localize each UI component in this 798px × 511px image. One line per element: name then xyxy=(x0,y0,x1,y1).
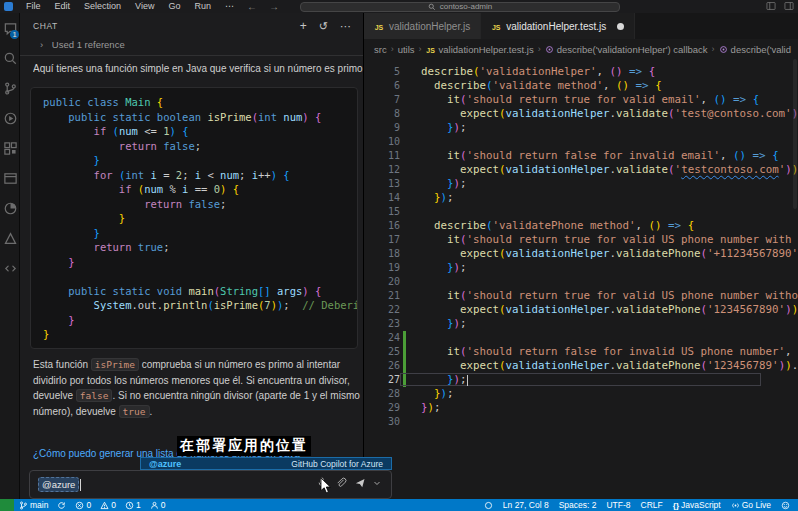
tab-validationHelper.test.js[interactable]: JSvalidationHelper.test.js xyxy=(481,13,635,39)
breadcrumb-label: describe('valid xyxy=(731,44,791,55)
chevron-down-icon[interactable] xyxy=(373,479,381,487)
line-content: it('should return false for invalid emai… xyxy=(421,149,779,163)
attach-icon[interactable] xyxy=(335,477,347,489)
line-number: 13 xyxy=(364,177,400,191)
menu-item-file[interactable]: File xyxy=(19,0,48,13)
chat-explanation-text: Esta función isPrime comprueba si un núm… xyxy=(33,357,363,420)
status-item-0[interactable]: 0 xyxy=(100,500,116,510)
line-content: }); xyxy=(421,191,454,205)
new-chat-icon[interactable]: + xyxy=(300,19,307,33)
chat-code-line: } xyxy=(43,314,357,329)
breadcrumb-separator: › xyxy=(711,44,716,54)
editor-group[interactable]: JSvalidationHelper.jsJSvalidationHelper.… xyxy=(363,13,798,499)
run-debug-icon[interactable] xyxy=(0,103,20,133)
code-line-28: 28 }); xyxy=(364,387,798,401)
status-item-smiley[interactable] xyxy=(781,501,790,510)
tab-validationHelper.js[interactable]: JSvalidationHelper.js xyxy=(364,13,481,39)
status-item-0[interactable]: 0 xyxy=(150,500,166,510)
chat-code-line: public static void main(String[] args) { xyxy=(43,285,357,300)
line-number: 25 xyxy=(364,345,400,359)
command-center-search[interactable]: contoso-admin xyxy=(300,2,620,12)
chat-panel-header: CHAT + ↺ ⋯ xyxy=(20,13,363,35)
activity-bar: 1 xyxy=(0,13,20,499)
breadcrumb-item[interactable]: describe('validationHelper') callback xyxy=(545,44,708,55)
status-bar: main0010 Ln 27, Col 8Spaces: 2UTF-8CRLF{… xyxy=(0,499,798,511)
breadcrumb-item[interactable]: src xyxy=(374,44,387,55)
line-number: 8 xyxy=(364,107,400,121)
status-item-main[interactable]: main xyxy=(19,500,48,510)
search-icon[interactable] xyxy=(0,43,20,73)
line-number: 16 xyxy=(364,219,400,233)
toggle-sidebar-icon[interactable] xyxy=(766,1,776,11)
breadcrumb-label: utils xyxy=(398,44,415,55)
status-item-0[interactable]: 0 xyxy=(75,500,91,510)
used-references-toggle[interactable]: › Used 1 reference xyxy=(20,35,363,56)
status-item-go-live[interactable]: Go Live xyxy=(731,500,771,510)
chat-code-line: return false; xyxy=(43,198,357,213)
send-icon[interactable] xyxy=(354,477,366,489)
modified-dot-icon[interactable] xyxy=(617,23,624,30)
line-number: 18 xyxy=(364,247,400,261)
pie-usage-icon[interactable] xyxy=(0,193,20,223)
editor-scrollbar[interactable] xyxy=(793,59,797,209)
status-item-crlf[interactable]: CRLF xyxy=(641,500,663,510)
status-item-sync[interactable] xyxy=(57,501,66,510)
chat-icon[interactable]: 1 xyxy=(0,13,20,43)
line-number: 17 xyxy=(364,233,400,247)
code-line-11: 11 it('should return false for invalid e… xyxy=(364,149,798,163)
breadcrumb-label: describe('validationHelper') callback xyxy=(557,44,708,55)
source-control-icon[interactable] xyxy=(0,73,20,103)
azure-icon[interactable] xyxy=(0,223,20,253)
menu-item-selection[interactable]: Selection xyxy=(77,0,128,13)
code-line-18: 18 expect(validationHelper.validatePhone… xyxy=(364,247,798,261)
status-item-utf-8[interactable]: UTF-8 xyxy=(606,500,630,510)
menu-item-run[interactable]: Run xyxy=(187,0,218,13)
chat-history-icon[interactable]: ↺ xyxy=(319,20,328,33)
code-line-24: 24 xyxy=(364,331,798,345)
forward-icon[interactable]: → xyxy=(263,1,285,12)
title-bar: FileEditSelectionViewGoRun⋯ ← → contoso-… xyxy=(0,0,798,13)
breadcrumb-item[interactable]: JSvalidationHelper.test.js xyxy=(426,44,534,55)
notification-badge: 1 xyxy=(10,30,19,39)
customize-layout-icon[interactable] xyxy=(784,1,794,11)
status-item-javascript[interactable]: {}JavaScript xyxy=(673,500,721,510)
line-content: describe('validationHelper', () => { xyxy=(421,65,655,79)
breadcrumb-item[interactable]: utils xyxy=(398,44,415,55)
code-line-6: 6 describe('validate method', () => { xyxy=(364,79,798,93)
code-line-19: 19 }); xyxy=(364,261,798,275)
text-caret xyxy=(80,479,81,491)
chat-more-icon[interactable]: ⋯ xyxy=(340,20,351,33)
chat-code-line: return true; xyxy=(43,241,357,256)
extensions-icon[interactable] xyxy=(0,133,20,163)
line-content: describe('validatePhone method', () => { xyxy=(421,219,694,233)
back-icon[interactable]: ← xyxy=(241,1,263,12)
status-item-1[interactable]: 1 xyxy=(125,500,141,510)
chevron-right-icon: › xyxy=(40,39,43,50)
menu-item-go[interactable]: Go xyxy=(161,0,187,13)
menu-item-[interactable]: ⋯ xyxy=(218,0,241,13)
menu-item-view[interactable]: View xyxy=(128,0,161,13)
status-bar-right: Ln 27, Col 8Spaces: 2UTF-8CRLF{}JavaScri… xyxy=(484,500,790,510)
code-area[interactable]: 5describe('validationHelper', () => {6 d… xyxy=(364,65,798,429)
chat-input[interactable]: @azure xyxy=(29,470,392,499)
line-content: it('should return true for valid US phon… xyxy=(421,289,798,303)
menu-item-edit[interactable]: Edit xyxy=(48,0,78,13)
chat-input-value: @azure xyxy=(38,477,79,492)
window-icon[interactable] xyxy=(0,163,20,193)
code-line-20: 20 xyxy=(364,275,798,289)
status-item-spaces-2[interactable]: Spaces: 2 xyxy=(559,500,597,510)
line-content: }); xyxy=(421,373,468,387)
line-number: 30 xyxy=(364,415,400,429)
line-content: }); xyxy=(421,177,467,191)
suggestion-popup-item[interactable]: @azure GitHub Copilot for Azure xyxy=(140,457,392,470)
status-item-ln-27-col-8[interactable]: Ln 27, Col 8 xyxy=(503,500,549,510)
chat-code-line: public static boolean isPrime(int num) { xyxy=(43,111,357,126)
line-number: 10 xyxy=(364,135,400,149)
status-label: 1 xyxy=(136,500,141,510)
remote-indicator[interactable] xyxy=(0,499,14,511)
remote-explorer-icon[interactable] xyxy=(0,253,20,283)
inline-code-chip: isPrime xyxy=(91,358,139,371)
status-item-circle[interactable] xyxy=(484,501,493,510)
breadcrumb-item[interactable]: describe('valid xyxy=(719,44,791,55)
breadcrumb[interactable]: src›utils›JSvalidationHelper.test.js›des… xyxy=(374,41,791,57)
